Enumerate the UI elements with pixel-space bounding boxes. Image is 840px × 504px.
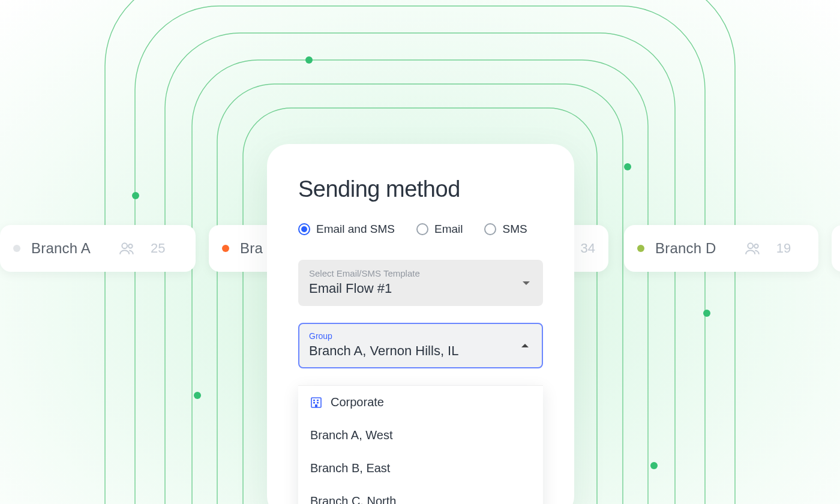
panel-title: Sending method: [298, 176, 543, 202]
branch-count: 19: [776, 241, 791, 256]
svg-point-8: [748, 243, 753, 248]
building-icon: [310, 397, 322, 409]
sending-method-panel: Sending method Email and SMS Email SMS S…: [267, 144, 574, 504]
select-label: Select Email/SMS Template: [309, 268, 532, 278]
option-label: Branch B, East: [310, 461, 390, 475]
group-select[interactable]: Group Branch A, Vernon Hills, IL: [298, 323, 543, 368]
people-icon: [745, 242, 761, 255]
branch-name: Branch D: [655, 240, 716, 257]
group-option-branch-a[interactable]: Branch A, West: [298, 419, 543, 452]
radio-label: SMS: [502, 223, 527, 236]
svg-rect-14: [317, 402, 319, 404]
option-label: Branch A, West: [310, 428, 392, 442]
branch-card-next[interactable]: [832, 225, 840, 272]
svg-point-6: [122, 243, 127, 248]
radio-email[interactable]: Email: [416, 223, 463, 236]
svg-rect-12: [317, 400, 319, 401]
option-label: Branch C, North: [310, 494, 396, 504]
branch-card-a[interactable]: Branch A 25: [0, 225, 196, 272]
branch-name: Branch A: [31, 240, 91, 257]
group-option-branch-b[interactable]: Branch B, East: [298, 452, 543, 485]
svg-point-9: [754, 244, 758, 248]
radio-label: Email: [434, 223, 463, 236]
group-dropdown: Corporate Branch A, West Branch B, East …: [298, 385, 543, 504]
radio-icon: [484, 223, 496, 235]
svg-rect-13: [313, 402, 315, 404]
status-dot-icon: [222, 245, 229, 252]
svg-rect-15: [315, 404, 317, 407]
radio-email-and-sms[interactable]: Email and SMS: [298, 223, 395, 236]
select-value: Branch A, Vernon Hills, IL: [309, 343, 532, 359]
svg-point-7: [128, 244, 133, 248]
radio-icon: [298, 223, 310, 235]
branch-card-d[interactable]: Branch D 19: [624, 225, 818, 272]
status-dot-icon: [13, 245, 20, 252]
group-option-branch-c[interactable]: Branch C, North: [298, 485, 543, 504]
branch-count: 34: [581, 241, 595, 256]
group-option-corporate[interactable]: Corporate: [298, 386, 543, 419]
svg-rect-11: [313, 400, 315, 401]
radio-sms[interactable]: SMS: [484, 223, 527, 236]
branch-count: 25: [151, 241, 165, 256]
chevron-down-icon: [523, 281, 530, 285]
radio-label: Email and SMS: [316, 223, 395, 236]
select-label: Group: [309, 331, 532, 341]
radio-icon: [416, 223, 428, 235]
people-icon: [119, 242, 135, 255]
template-select[interactable]: Select Email/SMS Template Email Flow #1: [298, 260, 543, 306]
option-label: Corporate: [331, 395, 384, 409]
select-value: Email Flow #1: [309, 281, 532, 296]
branch-name: Bra: [240, 240, 263, 257]
sending-method-radio-group: Email and SMS Email SMS: [298, 223, 543, 236]
status-dot-icon: [637, 245, 644, 252]
chevron-up-icon: [521, 344, 529, 347]
